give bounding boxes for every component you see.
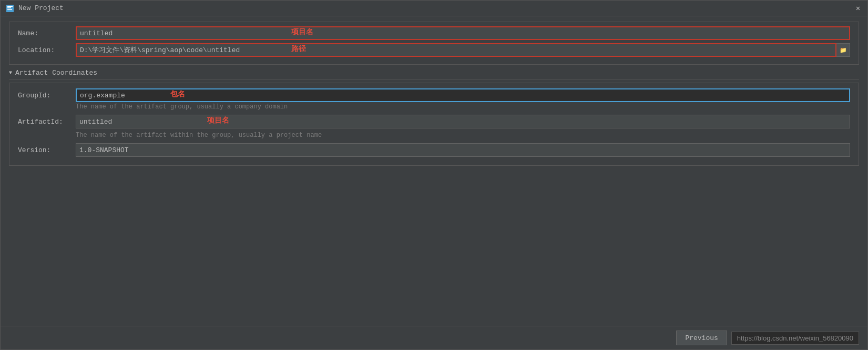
browse-button[interactable]: 📁 — [836, 43, 850, 57]
location-input-wrapper: 📁 — [76, 43, 850, 57]
new-project-dialog: New Project ✕ Name: 项目名 Location: 📁 路径 — [0, 0, 868, 350]
dialog-title: New Project — [18, 4, 854, 12]
artifactid-label: ArtifactId: — [18, 118, 76, 126]
name-input[interactable] — [76, 26, 850, 40]
groupid-input[interactable] — [76, 88, 850, 102]
name-location-section: Name: 项目名 Location: 📁 路径 — [9, 22, 859, 65]
svg-rect-1 — [7, 6, 13, 7]
groupid-label: GroupId: — [18, 92, 76, 99]
watermark: https://blog.csdn.net/weixin_56820090 — [731, 332, 859, 345]
section-arrow: ▼ — [9, 70, 12, 76]
footer: Previous https://blog.csdn.net/weixin_56… — [1, 326, 867, 349]
artifactid-row: ArtifactId: 项目名 — [18, 115, 850, 128]
location-input[interactable] — [76, 43, 836, 57]
artifact-section: ▼ Artifact Coordinates GroupId: 包名 The n… — [9, 67, 859, 169]
groupid-annotation: 包名 — [170, 89, 185, 99]
svg-rect-3 — [7, 9, 12, 10]
artifactid-input[interactable] — [76, 115, 850, 128]
name-annotation: 项目名 — [291, 27, 313, 37]
version-label: Version: — [18, 146, 76, 154]
location-annotation: 路径 — [291, 44, 306, 54]
title-bar: New Project ✕ — [1, 1, 867, 16]
name-row: Name: 项目名 — [18, 26, 850, 40]
main-content: Name: 项目名 Location: 📁 路径 ▼ Artifact Coor — [1, 16, 867, 326]
dialog-icon — [6, 4, 14, 13]
groupid-hint: The name of the artifact group, usually … — [76, 103, 850, 111]
svg-rect-2 — [7, 7, 11, 8]
close-button[interactable]: ✕ — [854, 4, 862, 13]
artifact-section-header[interactable]: ▼ Artifact Coordinates — [9, 67, 859, 79]
name-input-wrapper — [76, 26, 850, 40]
artifactid-annotation: 项目名 — [207, 116, 229, 125]
version-row: Version: — [18, 143, 850, 157]
content-spacer — [9, 169, 859, 321]
groupid-row: GroupId: 包名 — [18, 88, 850, 102]
artifact-section-title: Artifact Coordinates — [15, 69, 97, 77]
artifactid-hint: The name of the artifact within the grou… — [76, 132, 850, 139]
previous-button[interactable]: Previous — [676, 331, 727, 345]
location-row: Location: 📁 路径 — [18, 43, 850, 57]
location-label: Location: — [18, 46, 76, 54]
artifact-fields: GroupId: 包名 The name of the artifact gro… — [9, 83, 859, 166]
version-input[interactable] — [76, 143, 850, 157]
name-label: Name: — [18, 29, 76, 37]
